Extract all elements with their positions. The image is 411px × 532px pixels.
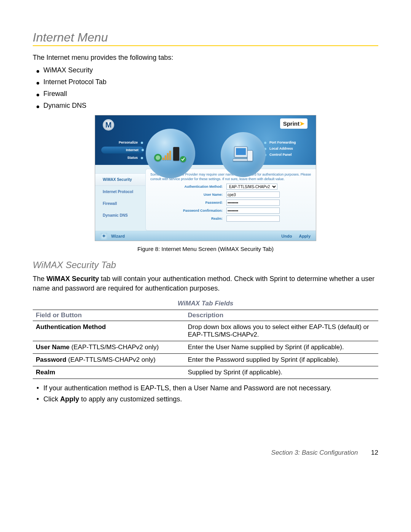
modem-ui-screenshot: M Sprint➤ Personalize Internet Status Po… — [95, 115, 316, 241]
table-title: WiMAX Tab Fields — [33, 300, 378, 307]
password-label: Password: — [150, 201, 226, 204]
hero-computer-icon — [221, 132, 266, 177]
realm-label: Realm: — [150, 217, 226, 220]
table-header-desc: Description — [185, 310, 378, 321]
list-item: Firewall — [37, 90, 378, 98]
section-paragraph: The WiMAX Security tab will contain your… — [33, 274, 378, 293]
password-input[interactable] — [226, 200, 280, 206]
wizard-icon: ✦ — [100, 233, 107, 240]
nav-right-menu: Port Forwarding Local Address Control Pa… — [264, 138, 309, 159]
list-item: WiMAX Security — [37, 66, 378, 74]
svg-point-1 — [156, 155, 160, 160]
side-tab-internet-protocol[interactable]: Internet Protocol — [95, 186, 145, 198]
password-confirm-input[interactable] — [226, 208, 280, 214]
auth-method-label: Authentication Method: — [150, 185, 226, 189]
footer-section: Section 3: Basic Configuration — [271, 449, 358, 456]
svg-rect-5 — [169, 151, 171, 160]
username-label: User Name: — [150, 193, 226, 197]
list-item: Dynamic DNS — [37, 102, 378, 110]
sprint-fan-icon: ➤ — [299, 120, 304, 127]
nav-left-menu: Personalize Internet Status — [102, 138, 143, 162]
password-confirm-label: Password Confirmation: — [150, 209, 226, 212]
svg-rect-2 — [162, 158, 164, 160]
nav-item-status[interactable]: Status — [102, 156, 143, 160]
nav-item-local-address[interactable]: Local Address — [264, 147, 309, 150]
nav-item-control-panel[interactable]: Control Panel — [264, 153, 309, 157]
wimax-fields-table: Field or Button Description Authenticati… — [33, 310, 378, 379]
svg-rect-3 — [165, 155, 166, 160]
list-item: Click Apply to apply any customized sett… — [37, 395, 378, 403]
hero-modem-icon — [146, 129, 195, 178]
table-row: Realm Supplied by Sprint (if applicable)… — [33, 366, 378, 379]
footer-page-number: 12 — [371, 449, 378, 456]
undo-button[interactable]: Undo — [281, 234, 292, 238]
tabs-bullet-list: WiMAX Security Internet Protocol Tab Fir… — [33, 66, 378, 110]
page-title: Internet Menu — [33, 30, 378, 46]
svg-rect-10 — [233, 159, 248, 161]
nav-item-internet[interactable]: Internet — [101, 147, 144, 153]
svg-rect-4 — [167, 153, 169, 160]
list-item: Internet Protocol Tab — [37, 78, 378, 86]
figure-caption: Figure 8: Internet Menu Screen (WiMAX Se… — [33, 246, 378, 252]
notes-list: If your authentication method is EAP-TLS… — [37, 384, 378, 403]
side-tab-list: WiMAX Security Internet Protocol Firewal… — [95, 169, 145, 231]
motorola-logo-icon: M — [103, 119, 114, 131]
list-item: If your authentication method is EAP-TLS… — [37, 384, 378, 392]
table-header-field: Field or Button — [33, 310, 185, 321]
svg-rect-6 — [173, 147, 179, 161]
svg-rect-9 — [236, 148, 246, 155]
svg-rect-11 — [247, 150, 253, 161]
wizard-button[interactable]: Wizard — [111, 234, 125, 238]
apply-button[interactable]: Apply — [299, 234, 311, 238]
side-tab-dynamic-dns[interactable]: Dynamic DNS — [95, 209, 145, 221]
table-row: User Name (EAP-TTLS/MS-CHAPv2 only) Ente… — [33, 341, 378, 353]
username-input[interactable] — [226, 192, 280, 198]
intro-text: The Internet menu provides the following… — [33, 54, 378, 62]
table-row: Authentication Method Drop down box allo… — [33, 321, 378, 341]
realm-input[interactable] — [226, 216, 280, 222]
nav-item-personalize[interactable]: Personalize — [102, 141, 143, 144]
nav-item-port-forwarding[interactable]: Port Forwarding — [264, 141, 309, 144]
sprint-logo-text: Sprint — [283, 120, 299, 127]
side-tab-wimax-security[interactable]: WiMAX Security — [95, 173, 145, 186]
page-footer: Section 3: Basic Configuration 12 — [33, 449, 378, 457]
sprint-logo: Sprint➤ — [280, 118, 307, 129]
table-row: Password (EAP-TTLS/MS-CHAPv2 only) Enter… — [33, 353, 378, 366]
side-tab-firewall[interactable]: Firewall — [95, 198, 145, 209]
auth-method-select[interactable]: EAP-TTLS/MS-CHAPv2 — [226, 184, 277, 190]
section-heading-wimax-security: WiMAX Security Tab — [33, 260, 378, 270]
